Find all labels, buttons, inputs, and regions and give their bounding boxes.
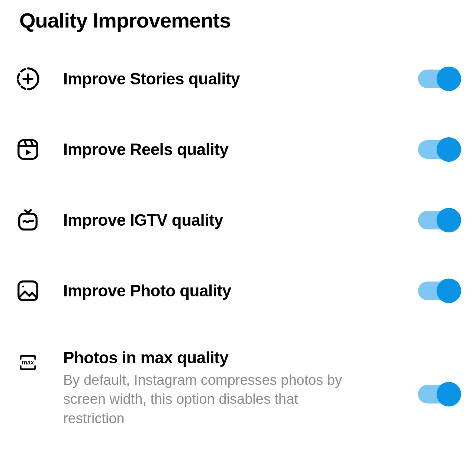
- toggle-igtv-quality[interactable]: [418, 208, 461, 232]
- stories-plus-icon: [15, 66, 41, 92]
- setting-label: Improve Stories quality: [63, 70, 396, 88]
- photo-icon: [15, 278, 41, 304]
- svg-rect-8: [19, 282, 37, 300]
- max-icon: max: [15, 351, 41, 377]
- setting-row-max-quality: max Photos in max quality By default, In…: [15, 348, 461, 428]
- svg-rect-2: [19, 140, 37, 159]
- setting-label: Improve Reels quality: [63, 140, 396, 159]
- section-title: Quality Improvements: [19, 8, 461, 32]
- svg-point-9: [22, 286, 24, 287]
- setting-label: Improve IGTV quality: [63, 211, 396, 229]
- settings-section: Quality Improvements Improve Stories qua…: [0, 0, 476, 428]
- setting-row-stories: Improve Stories quality: [15, 66, 461, 92]
- setting-description: By default, Instagram compresses photos …: [63, 371, 346, 428]
- setting-row-photo: Improve Photo quality: [15, 278, 461, 304]
- toggle-photo-quality[interactable]: [418, 279, 461, 303]
- setting-label: Improve Photo quality: [63, 282, 396, 300]
- setting-label: Photos in max quality: [63, 348, 396, 367]
- setting-row-reels: Improve Reels quality: [15, 136, 461, 163]
- toggle-reels-quality[interactable]: [418, 137, 461, 162]
- igtv-icon: [15, 207, 41, 233]
- svg-text:max: max: [22, 359, 34, 366]
- svg-marker-6: [26, 149, 31, 155]
- reels-icon: [15, 136, 41, 163]
- toggle-stories-quality[interactable]: [418, 67, 461, 91]
- toggle-max-quality[interactable]: [418, 382, 461, 406]
- setting-row-igtv: Improve IGTV quality: [15, 207, 461, 233]
